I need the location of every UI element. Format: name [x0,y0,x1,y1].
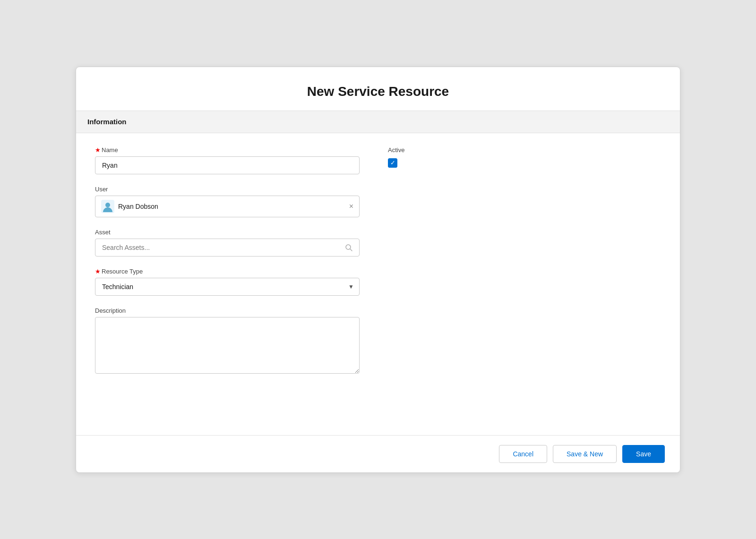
user-row: User Ryan Dobson × [95,186,661,217]
name-active-row: ★ Name Active ✓ [95,146,661,174]
name-field-group: ★ Name [95,146,360,174]
user-field-group: User Ryan Dobson × [95,186,360,217]
active-checkbox[interactable]: ✓ [388,158,397,168]
name-label: ★ Name [95,146,360,154]
asset-field-group: Asset [95,229,360,257]
search-icon [345,244,352,251]
resource-type-field-group: ★ Resource Type Technician Crew ▼ [95,268,360,296]
clear-user-icon[interactable]: × [349,202,353,211]
description-label: Description [95,307,360,314]
save-button[interactable]: Save [622,445,665,463]
form-body: ★ Name Active ✓ User [76,133,680,435]
asset-label: Asset [95,229,360,236]
description-textarea[interactable] [95,317,360,374]
resource-type-select[interactable]: Technician Crew [95,278,360,296]
cancel-button[interactable]: Cancel [499,445,547,463]
modal-header: New Service Resource [76,67,680,111]
resource-type-required-star: ★ [95,268,101,275]
section-header: Information [76,111,680,133]
user-lookup-text: Ryan Dobson [118,203,345,210]
resource-type-select-wrapper: Technician Crew ▼ [95,278,360,296]
svg-line-3 [350,249,352,251]
svg-point-1 [105,203,110,207]
user-avatar-icon [101,200,114,213]
description-row: Description [95,307,661,374]
asset-search-input[interactable] [102,244,341,251]
save-new-button[interactable]: Save & New [553,445,617,463]
name-required-star: ★ [95,146,101,154]
resource-type-label: ★ Resource Type [95,268,360,275]
active-label: Active [388,146,482,154]
checkmark-icon: ✓ [390,160,395,166]
active-checkbox-container: ✓ [388,158,482,168]
asset-row: Asset [95,229,661,257]
user-label: User [95,186,360,193]
modal-footer: Cancel Save & New Save [76,435,680,472]
new-service-resource-modal: New Service Resource Information ★ Name … [76,67,680,473]
user-lookup-field[interactable]: Ryan Dobson × [95,196,360,217]
page-title: New Service Resource [86,84,670,99]
active-field-group: Active ✓ [388,146,482,174]
asset-search-field[interactable] [95,239,360,257]
section-title: Information [87,118,127,126]
description-field-group: Description [95,307,360,374]
resource-type-row: ★ Resource Type Technician Crew ▼ [95,268,661,296]
name-input[interactable] [95,156,360,174]
